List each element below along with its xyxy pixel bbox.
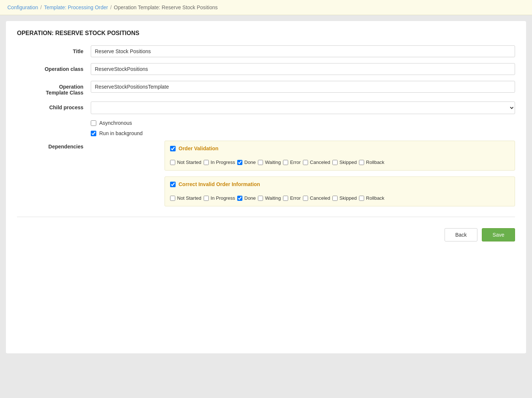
- dep-1-status-in-progress: In Progress: [204, 159, 235, 165]
- child-process-label: Child process: [17, 102, 91, 110]
- dependencies-section: Order Validation Not Started In Progress…: [165, 141, 515, 209]
- breadcrumb-sep-2: /: [110, 4, 112, 10]
- dep-1-in-progress-checkbox[interactable]: [204, 160, 209, 165]
- run-in-background-checkbox[interactable]: [91, 131, 96, 136]
- action-bar: Back Save: [17, 228, 515, 241]
- dep-1-canceled-checkbox[interactable]: [303, 160, 308, 165]
- operation-class-label: Operation class: [17, 63, 91, 72]
- dep-2-checkbox[interactable]: [170, 182, 176, 187]
- divider: [17, 217, 515, 217]
- dep-2-title[interactable]: Correct Invalid Order Information: [179, 181, 260, 187]
- save-button[interactable]: Save: [482, 228, 515, 241]
- dep-1-header: Order Validation: [165, 141, 515, 156]
- asynchronous-row: Asynchronous: [91, 120, 515, 126]
- dep-1-skipped-checkbox[interactable]: [332, 160, 338, 165]
- dependencies-label: Dependencies: [17, 141, 91, 150]
- dep-2-canceled-checkbox[interactable]: [303, 196, 308, 201]
- dep-1-status-error: Error: [283, 159, 301, 165]
- dep-1-rollback-checkbox[interactable]: [359, 160, 364, 165]
- dep-2-error-checkbox[interactable]: [283, 196, 288, 201]
- dep-2-status-not-started: Not Started: [170, 195, 201, 201]
- form-row-child-process: Child process: [17, 102, 515, 114]
- dep-2-status-done: Done: [237, 195, 256, 201]
- dep-1-waiting-checkbox[interactable]: [258, 160, 263, 165]
- dependency-item-2: Correct Invalid Order Information Not St…: [165, 176, 515, 206]
- breadcrumb: Configuration / Template: Processing Ord…: [0, 0, 532, 15]
- asynchronous-label: Asynchronous: [99, 120, 132, 126]
- main-container: OPERATION: RESERVE STOCK POSITIONS Title…: [6, 21, 526, 353]
- dep-2-status-canceled: Canceled: [303, 195, 330, 201]
- child-process-select[interactable]: [91, 102, 515, 114]
- run-in-background-row: Run in background: [91, 130, 515, 136]
- dep-2-status-waiting: Waiting: [258, 195, 281, 201]
- dep-1-status-not-started: Not Started: [170, 159, 201, 165]
- form-row-dependencies: Dependencies Order Validation Not Starte…: [17, 141, 515, 209]
- breadcrumb-link-template[interactable]: Template: Processing Order: [44, 4, 108, 10]
- dependency-item-1: Order Validation Not Started In Progress…: [165, 141, 515, 171]
- operation-template-input[interactable]: [91, 81, 515, 93]
- dep-2-status-error: Error: [283, 195, 301, 201]
- dep-2-status-skipped: Skipped: [332, 195, 357, 201]
- breadcrumb-link-configuration[interactable]: Configuration: [7, 4, 38, 10]
- dep-1-status-waiting: Waiting: [258, 159, 281, 165]
- dep-1-not-started-checkbox[interactable]: [170, 160, 175, 165]
- dep-2-not-started-checkbox[interactable]: [170, 196, 175, 201]
- operation-template-label: Operation Template Class: [17, 81, 91, 96]
- title-label: Title: [17, 45, 91, 54]
- form-row-operation-class: Operation class: [17, 63, 515, 75]
- dep-1-checkbox[interactable]: [170, 146, 176, 151]
- run-in-background-label: Run in background: [99, 130, 143, 136]
- title-field: [91, 45, 515, 57]
- child-process-field: [91, 102, 515, 114]
- dep-1-status-skipped: Skipped: [332, 159, 357, 165]
- dep-2-waiting-checkbox[interactable]: [258, 196, 263, 201]
- dep-1-status-done: Done: [237, 159, 256, 165]
- asynchronous-checkbox[interactable]: [91, 120, 96, 126]
- dep-2-in-progress-checkbox[interactable]: [204, 196, 209, 201]
- dep-1-statuses: Not Started In Progress Done Waiting: [165, 156, 515, 170]
- dep-2-status-in-progress: In Progress: [204, 195, 235, 201]
- dep-1-status-rollback: Rollback: [359, 159, 384, 165]
- operation-class-field: [91, 63, 515, 75]
- title-input[interactable]: [91, 45, 515, 57]
- operation-template-field: [91, 81, 515, 93]
- back-button[interactable]: Back: [445, 228, 477, 241]
- breadcrumb-current: Operation Template: Reserve Stock Positi…: [114, 4, 218, 10]
- form-row-title: Title: [17, 45, 515, 57]
- dep-1-status-canceled: Canceled: [303, 159, 330, 165]
- dep-2-skipped-checkbox[interactable]: [332, 196, 338, 201]
- dep-1-title[interactable]: Order Validation: [179, 145, 218, 151]
- form-row-operation-template: Operation Template Class: [17, 81, 515, 96]
- breadcrumb-sep-1: /: [40, 4, 42, 10]
- dep-1-error-checkbox[interactable]: [283, 160, 288, 165]
- dep-2-header: Correct Invalid Order Information: [165, 177, 515, 192]
- operation-class-input[interactable]: [91, 63, 515, 75]
- page-title: OPERATION: RESERVE STOCK POSITIONS: [17, 30, 515, 37]
- dep-2-done-checkbox[interactable]: [237, 196, 242, 201]
- dep-2-status-rollback: Rollback: [359, 195, 384, 201]
- dep-2-statuses: Not Started In Progress Done Waiting: [165, 192, 515, 206]
- dep-1-done-checkbox[interactable]: [237, 160, 242, 165]
- dep-2-rollback-checkbox[interactable]: [359, 196, 364, 201]
